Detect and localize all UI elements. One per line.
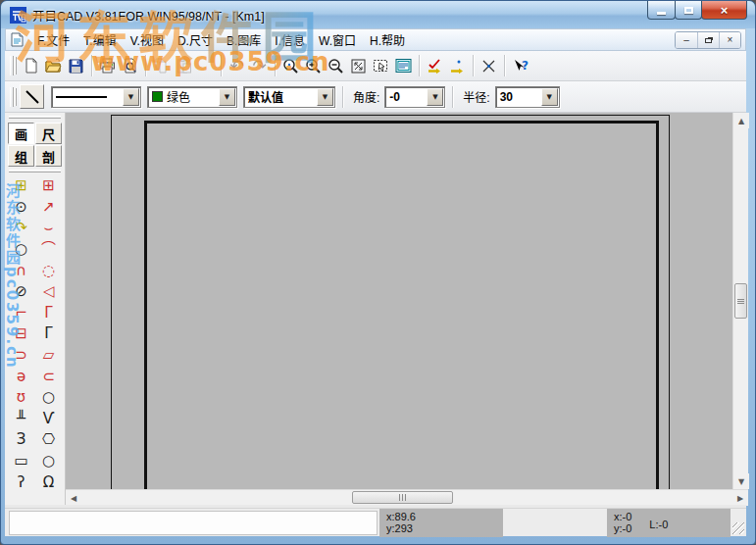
save-file-button[interactable]	[65, 55, 87, 77]
tool-thread[interactable]: ╨	[8, 409, 35, 430]
minimize-button[interactable]	[647, 1, 676, 20]
line-tool-button[interactable]	[20, 84, 44, 109]
chevron-down-icon[interactable]: ▼	[541, 88, 558, 106]
tool-chamfer[interactable]: Γ	[35, 303, 63, 324]
maximize-icon	[684, 7, 693, 14]
drawing-canvas[interactable]	[66, 113, 732, 489]
tab-draw[interactable]: 画	[8, 123, 34, 144]
tool-fillet[interactable]: ⌐	[8, 303, 35, 324]
tool-trapezoid[interactable]: ▱	[35, 345, 63, 367]
tool-zigzag[interactable]: З	[8, 429, 35, 451]
apply-check-icon	[427, 58, 443, 74]
zoom-out-button[interactable]	[325, 55, 347, 77]
tool-rectangle[interactable]: ▭	[8, 451, 35, 472]
separator	[91, 55, 92, 76]
tool-grid-point-red[interactable]: ⊞	[35, 175, 63, 197]
scroll-left-button[interactable]: ◀	[66, 490, 81, 506]
tool-grid-point-yellow[interactable]: ⊞	[8, 175, 35, 197]
menu-help[interactable]: H.帮助	[363, 29, 412, 50]
tool-hook[interactable]: ʊ	[8, 387, 35, 409]
tool-omega[interactable]: Ω	[35, 471, 63, 493]
tool-corner[interactable]: Γ	[35, 323, 63, 345]
color-combo[interactable]: 绿色 ▼	[147, 86, 237, 108]
apply-check-button[interactable]	[424, 55, 446, 77]
tool-ellipse[interactable]: ○	[35, 387, 63, 409]
resize-grip[interactable]	[732, 522, 744, 534]
chevron-down-icon[interactable]: ▼	[219, 88, 235, 106]
angle-combo[interactable]: -0 ▼	[384, 86, 445, 108]
zoom-fit-button[interactable]	[347, 55, 370, 77]
tool-arc-tangent-line[interactable]: ⊂	[35, 366, 63, 387]
chevron-down-icon[interactable]: ▼	[123, 88, 139, 106]
copy-icon	[154, 58, 170, 74]
print-preview-button[interactable]	[119, 55, 141, 77]
toolbar-grip[interactable]	[10, 87, 14, 107]
title-bar[interactable]: 开目CAD V3.81FOR WIN95/98/NT - [Km1] ×	[1, 1, 755, 28]
horizontal-scrollbar[interactable]: ◀ ▶	[66, 489, 748, 505]
sidebar-grip[interactable]	[9, 170, 61, 173]
tool-curve-hook[interactable]: ↷	[8, 218, 35, 239]
menu-library[interactable]: B.图库	[220, 29, 268, 50]
tool-leader-arrow[interactable]: ↗	[35, 197, 63, 219]
menu-dimension[interactable]: D.尺寸	[171, 29, 220, 50]
redo-button[interactable]: ↷	[248, 55, 271, 77]
print-button[interactable]	[96, 55, 119, 77]
tab-section[interactable]: 剖	[35, 145, 62, 167]
tool-small-curves[interactable]: ə	[8, 366, 35, 387]
open-file-button[interactable]	[42, 55, 65, 77]
copy-button[interactable]	[150, 55, 173, 77]
apply-point-button[interactable]	[446, 55, 469, 77]
tab-group[interactable]: 组	[8, 145, 34, 167]
tool-v-notch[interactable]: Ѵ	[35, 409, 63, 430]
tool-center-circle[interactable]: ⊙	[8, 197, 35, 219]
tool-arc-down[interactable]: ∩	[8, 260, 35, 281]
tab-dimension[interactable]: 尺	[35, 123, 62, 144]
tool-tangent[interactable]: ◁	[35, 281, 63, 303]
chevron-down-icon[interactable]: ▼	[317, 88, 333, 106]
scroll-up-button[interactable]: ▲	[733, 113, 749, 128]
menu-info[interactable]: I.信息	[268, 29, 312, 50]
undo-button[interactable]: ↶	[226, 55, 248, 77]
zoom-window-button[interactable]	[279, 55, 302, 77]
mdi-restore-button[interactable]	[697, 32, 719, 48]
tool-circle[interactable]: ○	[8, 239, 35, 261]
radius-combo[interactable]: 30 ▼	[495, 86, 560, 108]
tool-circle-2[interactable]: ○	[35, 451, 63, 472]
sidebar-grip[interactable]	[9, 116, 61, 119]
tool-u-curve[interactable]: ⊃	[8, 345, 35, 367]
new-file-button[interactable]	[20, 55, 42, 77]
style-combo[interactable]: 默认值 ▼	[243, 86, 335, 108]
vertical-scroll-thumb[interactable]	[734, 283, 747, 319]
form-view-button[interactable]	[392, 55, 415, 77]
mdi-close-button[interactable]: ×	[719, 32, 740, 48]
tool-circle-dashed[interactable]: ◌	[35, 260, 63, 281]
tool-hexagon[interactable]: ⎔	[35, 429, 63, 451]
context-help-button[interactable]: ?	[509, 55, 531, 77]
close-button[interactable]: ×	[701, 1, 747, 20]
tool-bolt-view[interactable]: ⊟	[8, 323, 35, 345]
tool-arc-point[interactable]: ⌣	[35, 218, 63, 239]
menu-window[interactable]: W.窗口	[312, 29, 363, 50]
zoom-in-button[interactable]	[302, 55, 325, 77]
tool-spline[interactable]: ʔ	[8, 471, 35, 493]
maximize-button[interactable]	[675, 1, 702, 20]
menu-view[interactable]: V.视图	[124, 29, 171, 50]
vertical-scrollbar[interactable]: ▲ ▼	[732, 113, 748, 489]
close-icon: ×	[721, 4, 729, 17]
menu-file[interactable]: F.文件	[30, 29, 76, 50]
form-view-icon	[395, 58, 412, 74]
toolbar-grip[interactable]	[10, 56, 14, 75]
select-window-button[interactable]	[370, 55, 392, 77]
chevron-down-icon[interactable]: ▼	[427, 88, 443, 106]
snap-point-button[interactable]	[478, 55, 500, 77]
paste-button[interactable]	[173, 55, 195, 77]
scroll-right-button[interactable]: ▶	[732, 490, 748, 506]
tool-circle-slash[interactable]: ⊘	[8, 281, 35, 303]
horizontal-scroll-thumb[interactable]	[352, 491, 453, 504]
line-style-combo[interactable]: ▼	[51, 86, 141, 108]
sidebar-tool-grid: ⊞⊞⊙↗↷⌣○⌒∩◌⊘◁⌐Γ⊟Γ⊃▱ə⊂ʊ○╨ѴЗ⎔▭○ʔΩ	[5, 175, 65, 493]
scroll-down-button[interactable]: ▼	[733, 473, 749, 489]
menu-edit[interactable]: T.编辑	[76, 29, 123, 50]
tool-arc-top[interactable]: ⌒	[35, 239, 63, 261]
mdi-minimize-button[interactable]: –	[676, 32, 697, 48]
